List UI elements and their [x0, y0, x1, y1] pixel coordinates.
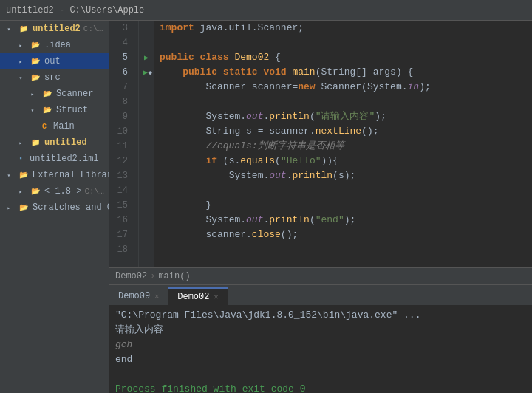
code-line-6: public static void main(String[] args) {: [160, 65, 526, 80]
gutter-4: [139, 35, 154, 50]
sidebar-item-struct[interactable]: ▾ 📂 Struct: [0, 102, 109, 118]
sidebar-item-idea[interactable]: ▸ 📂 .idea: [0, 37, 109, 53]
gutter-11: [139, 139, 154, 154]
code-line-17: scanner.close();: [160, 228, 526, 242]
sidebar-path-jdk: C:\Program F: [84, 187, 106, 196]
tab-demo02-label: Demo02: [177, 292, 209, 302]
editor-console-area: 3 4 5 6 7 8 9 10 11 12 13 14 15 16 17 18: [109, 21, 532, 393]
ln-10: 10: [109, 124, 132, 139]
gutter-17: [139, 228, 154, 242]
token: close: [252, 228, 281, 242]
token: [160, 80, 205, 95]
console-line-1: 请输入内容: [115, 323, 526, 338]
token: System: [205, 109, 240, 124]
gutter-12: [139, 154, 154, 168]
iml-icon: ▪: [15, 153, 27, 165]
gutter-13: [139, 168, 154, 183]
bookmark-icon-6: ◆: [149, 69, 152, 77]
ln-7: 7: [109, 80, 132, 95]
token: public: [183, 65, 223, 80]
gutter-5[interactable]: ▶: [139, 50, 154, 65]
ln-17: 17: [109, 228, 132, 242]
token: );: [375, 109, 386, 124]
gutter-3: [139, 21, 154, 35]
code-line-18: [160, 242, 526, 257]
token: .: [263, 109, 269, 124]
sidebar-label-struct: Struct: [56, 105, 88, 115]
run-arrow-5[interactable]: ▶: [144, 53, 149, 62]
tab-demo02-close[interactable]: ✕: [214, 293, 218, 301]
tab-demo09-close[interactable]: ✕: [154, 292, 159, 301]
sidebar-item-external[interactable]: ▾ 📂 External Libraries: [0, 167, 109, 183]
console-line-5: Process finished with exit code 0: [115, 382, 526, 393]
sidebar-item-main[interactable]: C Main: [0, 118, 109, 134]
sidebar-label-untitled2iml: untitled2.iml: [30, 154, 99, 164]
sidebar-item-scratches[interactable]: ▸ 📂 Scratches and Consoles: [0, 199, 109, 216]
console-line-0: "C:\Program Files\Java\jdk1.8.0_152\bin\…: [115, 308, 526, 323]
token: ) {: [396, 65, 413, 80]
console-line-2: gch: [115, 338, 526, 352]
code-line-14: [160, 183, 526, 198]
expand-icon: ▾: [3, 23, 15, 35]
editor-gutter: ▶ ▶ ◆: [139, 21, 154, 267]
expand-icon-scratches: ▸: [3, 202, 15, 213]
sidebar-item-untitled[interactable]: ▸ 📁 untitled: [0, 134, 109, 151]
code-line-5: public class Demo02 {: [160, 50, 526, 65]
folder-icon-out: 📂: [30, 55, 41, 67]
token: println: [292, 168, 332, 183]
token: String: [321, 65, 355, 80]
sidebar-item-src[interactable]: ▾ 📂 src: [0, 69, 109, 86]
token: );: [419, 80, 431, 95]
gutter-16: [139, 213, 154, 228]
token: //equals:判断字符串是否相等: [160, 139, 344, 154]
token: s: [246, 124, 252, 139]
console-text-0: "C:\Program Files\Java\jdk1.8.0_152\bin\…: [115, 308, 420, 323]
expand-icon-external: ▾: [3, 169, 15, 181]
tab-demo02[interactable]: Demo02 ✕: [168, 287, 228, 305]
code-line-13: System.out.println(s);: [160, 168, 526, 183]
gutter-6[interactable]: ▶ ◆: [139, 65, 154, 80]
tab-demo09[interactable]: Demo09 ✕: [109, 287, 168, 305]
token: static: [223, 65, 264, 80]
token: .: [310, 124, 316, 139]
token: scanner: [269, 124, 310, 139]
ln-3: 3: [109, 21, 132, 35]
token: Demo02: [234, 50, 269, 65]
gutter-10: [139, 124, 154, 139]
ln-14: 14: [109, 183, 132, 198]
sidebar-item-untitled2[interactable]: ▾ 📁 untitled2 C:\Users\Apple: [0, 21, 109, 37]
breadcrumb-separator: ›: [150, 271, 155, 281]
token: .: [263, 213, 269, 228]
code-text[interactable]: import java.util.Scanner; public class D…: [154, 21, 532, 267]
expand-icon-struct: ▾: [27, 104, 38, 116]
sidebar-label-scratches: Scratches and Consoles: [33, 202, 109, 213]
token: System: [229, 168, 264, 183]
token: new: [298, 80, 321, 95]
sidebar-item-untitled2iml[interactable]: ▪ untitled2.iml: [0, 151, 109, 167]
sidebar-label-idea: .idea: [44, 40, 71, 50]
sidebar-item-scanner[interactable]: ▸ 📂 Scanner: [0, 86, 109, 102]
sidebar-path-untitled2: C:\Users\Apple: [83, 24, 106, 33]
sidebar-item-out[interactable]: ▸ 📂 out: [0, 53, 109, 69]
token: String: [205, 124, 240, 139]
sidebar-label-out: out: [44, 56, 61, 66]
code-line-10: String s = scanner.nextLine();: [160, 124, 526, 139]
gutter-14: [139, 183, 154, 198]
ln-9: 9: [109, 109, 132, 124]
token: public: [160, 50, 200, 65]
run-arrow-6[interactable]: ▶: [143, 68, 148, 77]
sidebar-label-jdk: < 1.8 >: [44, 186, 81, 196]
sidebar-item-jdk[interactable]: ▸ 📂 < 1.8 > C:\Program F: [0, 183, 109, 199]
code-editor[interactable]: 3 4 5 6 7 8 9 10 11 12 13 14 15 16 17 18: [109, 21, 532, 267]
breadcrumb: Demo02 › main(): [109, 267, 532, 284]
gutter-8: [139, 95, 154, 109]
token: out: [269, 168, 286, 183]
token: (: [361, 80, 367, 95]
token: );: [344, 213, 356, 228]
code-line-9: System.out.println("请输入内容");: [160, 109, 526, 124]
token: =: [292, 80, 298, 95]
folder-icon-struct: 📂: [41, 104, 53, 116]
token: [160, 198, 205, 213]
code-line-8: [160, 95, 526, 109]
token: .: [234, 154, 240, 168]
